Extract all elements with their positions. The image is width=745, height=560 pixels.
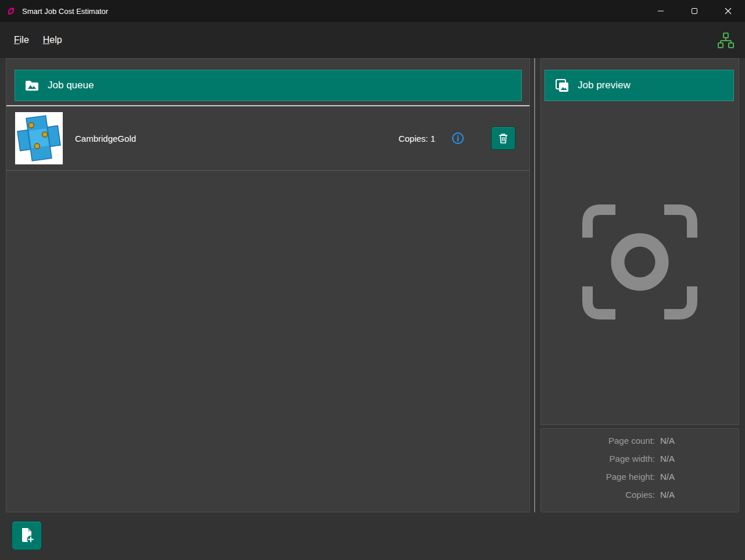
detail-label: Page height: (541, 472, 655, 482)
detail-row-page-count: Page count: N/A (541, 432, 739, 450)
image-folder-icon (24, 78, 40, 93)
job-name: CambridgeGold (75, 134, 136, 143)
detail-value: N/A (660, 472, 675, 482)
detail-row-copies: Copies: N/A (541, 486, 739, 504)
menu-help[interactable]: Help (36, 31, 69, 49)
panel-splitter[interactable] (534, 58, 535, 512)
app-window: Smart Job Cost Estimator File Help (0, 0, 745, 560)
detail-value: N/A (660, 490, 675, 500)
detail-label: Page width: (541, 454, 655, 464)
window-title: Smart Job Cost Estimator (22, 7, 108, 16)
job-preview-header: Job preview (545, 70, 734, 101)
app-logo-icon (6, 6, 16, 16)
preview-area (541, 101, 739, 425)
add-file-icon (19, 527, 35, 545)
job-preview-header-label: Job preview (578, 80, 631, 91)
detail-row-page-width: Page width: N/A (541, 450, 739, 468)
job-queue-header: Job queue (15, 70, 522, 101)
titlebar: Smart Job Cost Estimator (0, 0, 745, 22)
menu-file[interactable]: File (7, 31, 36, 49)
job-preview-panel: Job preview (540, 58, 739, 425)
network-icon[interactable] (716, 31, 736, 51)
preview-placeholder-icon (578, 200, 701, 326)
job-queue-panel: Job queue CambridgeGold (6, 58, 530, 512)
detail-value: N/A (660, 436, 675, 446)
close-button[interactable] (711, 0, 745, 22)
detail-label: Page count: (541, 436, 655, 446)
maximize-button[interactable] (678, 0, 711, 22)
window-controls (644, 0, 745, 22)
detail-row-page-height: Page height: N/A (541, 468, 739, 486)
menubar: File Help (0, 22, 745, 58)
job-copies: Copies: 1 (399, 134, 435, 143)
minimize-button[interactable] (644, 0, 678, 22)
item-separator (6, 170, 529, 171)
info-icon[interactable] (452, 132, 464, 145)
photo-stack-icon (554, 78, 570, 93)
job-queue-header-label: Job queue (48, 80, 94, 91)
add-job-button[interactable] (12, 521, 42, 550)
detail-label: Copies: (541, 490, 655, 500)
job-details-panel: Page count: N/A Page width: N/A Page hei… (540, 428, 739, 512)
detail-value: N/A (660, 454, 675, 464)
job-thumbnail (15, 112, 63, 164)
delete-job-button[interactable] (491, 127, 515, 150)
job-item[interactable]: CambridgeGold Copies: 1 (6, 106, 529, 170)
